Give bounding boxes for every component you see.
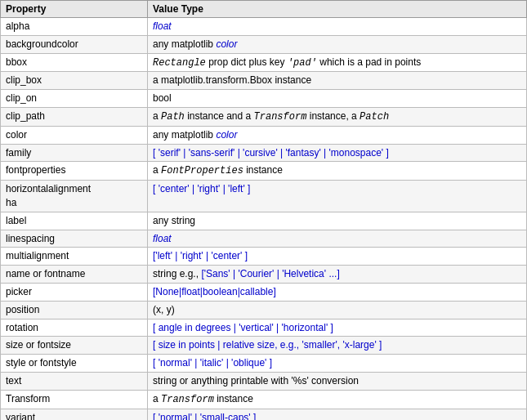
table-row: Transforma Transform instance xyxy=(1,390,527,409)
value-cell: [ 'normal' | 'italic' | 'oblique' ] xyxy=(148,355,527,373)
value-cell: float xyxy=(148,18,527,36)
table-row: name or fontnamestring e.g., ['Sans' | '… xyxy=(1,266,527,284)
property-cell: clip_path xyxy=(1,107,148,126)
value-cell: a FontProperties instance xyxy=(148,162,527,181)
value-cell: (x, y) xyxy=(148,301,527,319)
property-cell: position xyxy=(1,301,148,319)
property-cell: picker xyxy=(1,283,148,301)
table-row: family[ 'serif' | 'sans-serif' | 'cursiv… xyxy=(1,144,527,162)
property-cell: color xyxy=(1,126,148,144)
header-value-type: Value Type xyxy=(148,1,527,18)
property-cell: bbox xyxy=(1,53,148,72)
table-row: clip_onbool xyxy=(1,90,527,108)
property-cell: family xyxy=(1,144,148,162)
table-row: clip_boxa matplotlib.transform.Bbox inst… xyxy=(1,72,527,90)
table-row: clip_patha Path instance and a Transform… xyxy=(1,107,527,126)
value-cell: a Path instance and a Transform instance… xyxy=(148,107,527,126)
property-cell: rotation xyxy=(1,319,148,337)
table-row: picker[None|float|boolean|callable] xyxy=(1,283,527,301)
value-cell: [ angle in degrees | 'vertical' | 'horiz… xyxy=(148,319,527,337)
value-cell: any matplotlib color xyxy=(148,126,527,144)
value-cell: any string xyxy=(148,212,527,230)
table-row: horizontalalignmentha[ 'center' | 'right… xyxy=(1,181,527,212)
property-cell: clip_box xyxy=(1,72,148,90)
value-cell: [ size in points | relative size, e.g., … xyxy=(148,337,527,355)
properties-table: Property Value Type alphafloatbackground… xyxy=(0,0,527,420)
property-cell: backgroundcolor xyxy=(1,35,148,53)
value-cell: any matplotlib color xyxy=(148,35,527,53)
value-cell: string e.g., ['Sans' | 'Courier' | 'Helv… xyxy=(148,266,527,284)
value-cell: [None|float|boolean|callable] xyxy=(148,283,527,301)
property-cell: text xyxy=(1,372,148,390)
value-cell: [ 'center' | 'right' | 'left' ] xyxy=(148,181,527,212)
property-cell: label xyxy=(1,212,148,230)
table-row: alphafloat xyxy=(1,18,527,36)
property-cell: multialignment xyxy=(1,248,148,266)
property-cell: style or fontstyle xyxy=(1,355,148,373)
property-cell: alpha xyxy=(1,18,148,36)
value-cell: [ 'normal' | 'small-caps' ] xyxy=(148,409,527,420)
value-cell: float xyxy=(148,230,527,248)
value-cell: [ 'serif' | 'sans-serif' | 'cursive' | '… xyxy=(148,144,527,162)
header-property: Property xyxy=(1,1,148,18)
value-cell: a Transform instance xyxy=(148,390,527,409)
table-row: style or fontstyle[ 'normal' | 'italic' … xyxy=(1,355,527,373)
property-cell: clip_on xyxy=(1,90,148,108)
table-row: colorany matplotlib color xyxy=(1,126,527,144)
table-row: linespacingfloat xyxy=(1,230,527,248)
table-row: textstring or anything printable with '%… xyxy=(1,372,527,390)
value-cell: Rectangle prop dict plus key 'pad' which… xyxy=(148,53,527,72)
table-row: multialignment['left' | 'right' | 'cente… xyxy=(1,248,527,266)
property-cell: size or fontsize xyxy=(1,337,148,355)
value-cell: ['left' | 'right' | 'center' ] xyxy=(148,248,527,266)
table-row: rotation[ angle in degrees | 'vertical' … xyxy=(1,319,527,337)
property-cell: Transform xyxy=(1,390,148,409)
table-row: fontpropertiesa FontProperties instance xyxy=(1,162,527,181)
table-row: position(x, y) xyxy=(1,301,527,319)
property-cell: linespacing xyxy=(1,230,148,248)
table-row: variant[ 'normal' | 'small-caps' ] xyxy=(1,409,527,420)
property-cell: variant xyxy=(1,409,148,420)
value-cell: bool xyxy=(148,90,527,108)
table-row: labelany string xyxy=(1,212,527,230)
property-cell: horizontalalignmentha xyxy=(1,181,148,212)
property-cell: fontproperties xyxy=(1,162,148,181)
table-row: backgroundcolorany matplotlib color xyxy=(1,35,527,53)
property-cell: name or fontname xyxy=(1,266,148,284)
value-cell: a matplotlib.transform.Bbox instance xyxy=(148,72,527,90)
table-row: bboxRectangle prop dict plus key 'pad' w… xyxy=(1,53,527,72)
value-cell: string or anything printable with '%s' c… xyxy=(148,372,527,390)
table-row: size or fontsize[ size in points | relat… xyxy=(1,337,527,355)
